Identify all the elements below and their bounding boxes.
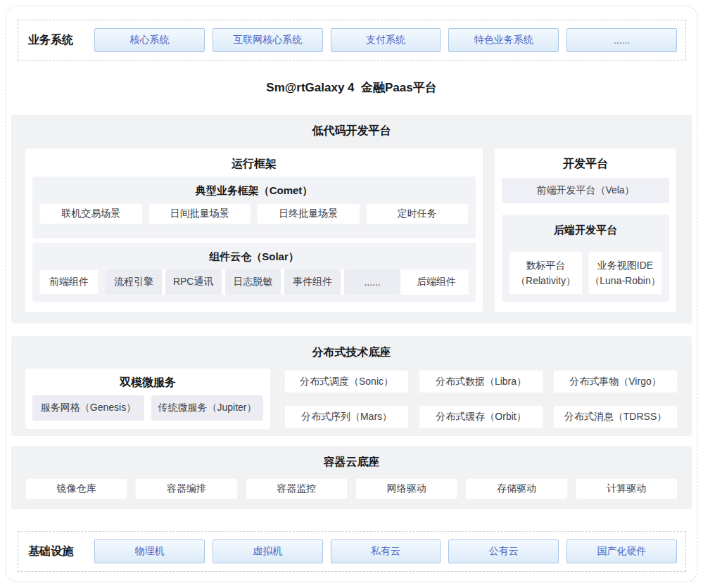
solar-item-event-component[interactable]: 事件组件 xyxy=(284,269,341,295)
comet-item-online-trade[interactable]: 联机交易场景 xyxy=(39,203,143,224)
orbit-cache[interactable]: 分布式缓存（Orbit） xyxy=(419,405,543,428)
business-system-more[interactable]: ...... xyxy=(566,28,677,52)
distributed-grid: 分布式调度（Sonic） 分布式数据（Libra） 分布式事物（Virgo） 分… xyxy=(284,370,678,429)
business-systems-row: 业务系统 核心系统 互联网核心系统 支付系统 特色业务系统 ...... xyxy=(18,20,686,60)
comet-row: 联机交易场景 日间批量场景 日终批量场景 定时任务 xyxy=(39,203,469,224)
comet-title: 典型业务框架（Comet） xyxy=(39,182,469,199)
sonic-scheduling[interactable]: 分布式调度（Sonic） xyxy=(284,370,409,393)
luna-robin-line2: （Luna-Robin） xyxy=(590,273,660,288)
runtime-framework-title: 运行框架 xyxy=(32,155,476,172)
backend-dev-title: 后端开发平台 xyxy=(509,222,662,238)
luna-robin-line1: 业务视图IDE xyxy=(597,257,653,273)
backend-dev-panel: 后端开发平台 数标平台 （Relativity） 业务视图IDE （Luna-R… xyxy=(502,215,669,302)
compute-driver[interactable]: 计算驱动 xyxy=(576,478,678,499)
infra-domestic-hardware[interactable]: 国产化硬件 xyxy=(566,539,677,563)
backend-dev-row: 数标平台 （Relativity） 业务视图IDE （Luna-Robin） xyxy=(509,251,662,295)
dual-mode-microservice-panel: 双模微服务 服务网格（Genesis） 传统微服务（Jupiter） xyxy=(25,369,270,429)
libra-data[interactable]: 分布式数据（Libra） xyxy=(419,370,543,393)
container-cloud-section: 容器云底座 镜像仓库 容器编排 容器监控 网络驱动 存储驱动 计算驱动 xyxy=(11,446,692,509)
vela-frontend-dev-platform[interactable]: 前端开发平台（Vela） xyxy=(502,178,669,203)
infra-virtual-machine[interactable]: 虚拟机 xyxy=(213,539,323,563)
main-title: Sm@rtGalaxy 4 金融Paas平台 xyxy=(266,79,436,96)
container-monitoring[interactable]: 容器监控 xyxy=(246,478,348,499)
solar-item-more[interactable]: ...... xyxy=(344,269,400,295)
business-systems-label: 业务系统 xyxy=(27,33,94,48)
container-cloud-row: 镜像仓库 容器编排 容器监控 网络驱动 存储驱动 计算驱动 xyxy=(25,478,678,499)
distributed-base-title: 分布式技术底座 xyxy=(25,343,678,362)
runtime-framework-panel: 运行框架 典型业务框架（Comet） 联机交易场景 日间批量场景 日终批量场景 … xyxy=(25,148,483,312)
relativity-line2: （Relativity） xyxy=(516,273,576,288)
infra-physical-machine[interactable]: 物理机 xyxy=(94,539,205,563)
dev-platform-title: 开发平台 xyxy=(502,155,669,172)
business-system-internet-core[interactable]: 互联网核心系统 xyxy=(213,28,323,52)
virgo-transaction[interactable]: 分布式事物（Virgo） xyxy=(553,370,678,393)
comet-item-timed-task[interactable]: 定时任务 xyxy=(366,203,469,224)
solar-item-process-engine[interactable]: 流程引擎 xyxy=(106,269,162,295)
distributed-base-section: 分布式技术底座 双模微服务 服务网格（Genesis） 传统微服务（Jupite… xyxy=(11,336,692,436)
solar-panel: 组件云仓（Solar） 前端组件 流程引擎 RPC通讯 日志脱敏 事件组件 ..… xyxy=(32,243,476,302)
business-system-special[interactable]: 特色业务系统 xyxy=(448,28,559,52)
infrastructure-row: 基础设施 物理机 虚拟机 私有云 公有云 国产化硬件 xyxy=(18,531,686,572)
infra-private-cloud[interactable]: 私有云 xyxy=(331,539,441,563)
storage-driver[interactable]: 存储驱动 xyxy=(465,478,567,499)
container-orchestration[interactable]: 容器编排 xyxy=(135,478,237,499)
comet-panel: 典型业务框架（Comet） 联机交易场景 日间批量场景 日终批量场景 定时任务 xyxy=(32,177,476,238)
business-system-core[interactable]: 核心系统 xyxy=(94,28,205,52)
dev-platform-panel: 开发平台 前端开发平台（Vela） 后端开发平台 数标平台 （Relativit… xyxy=(495,148,676,312)
comet-item-eod-batch[interactable]: 日终批量场景 xyxy=(257,203,360,224)
solar-title: 组件云仓（Solar） xyxy=(39,248,469,265)
dual-mode-title: 双模微服务 xyxy=(32,374,263,391)
solar-backend-component: 后端组件 xyxy=(404,269,469,295)
distributed-body: 双模微服务 服务网格（Genesis） 传统微服务（Jupiter） 分布式调度… xyxy=(25,369,678,429)
business-system-payment[interactable]: 支付系统 xyxy=(331,28,441,52)
relativity-platform[interactable]: 数标平台 （Relativity） xyxy=(509,251,583,295)
solar-row: 前端组件 流程引擎 RPC通讯 日志脱敏 事件组件 ...... 后端组件 xyxy=(39,269,469,295)
solar-frontend-component[interactable]: 前端组件 xyxy=(39,269,99,295)
infrastructure-buttons: 物理机 虚拟机 私有云 公有云 国产化硬件 xyxy=(94,539,677,563)
solar-strip: 流程引擎 RPC通讯 日志脱敏 事件组件 ...... 后端组件 xyxy=(106,269,469,295)
solar-item-log-masking[interactable]: 日志脱敏 xyxy=(225,269,281,295)
mars-sequence[interactable]: 分布式序列（Mars） xyxy=(284,405,409,428)
business-systems-buttons: 核心系统 互联网核心系统 支付系统 特色业务系统 ...... xyxy=(94,28,677,52)
container-cloud-title: 容器云底座 xyxy=(25,453,678,471)
network-driver[interactable]: 网络驱动 xyxy=(355,478,457,499)
infra-public-cloud[interactable]: 公有云 xyxy=(448,539,559,563)
solar-item-rpc[interactable]: RPC通讯 xyxy=(165,269,222,295)
tdrss-message[interactable]: 分布式消息（TDRSS） xyxy=(553,405,678,428)
image-registry[interactable]: 镜像仓库 xyxy=(25,478,127,499)
lowcode-platform-section: 低代码开发平台 运行框架 典型业务框架（Comet） 联机交易场景 日间批量场景… xyxy=(11,115,692,324)
lowcode-platform-title: 低代码开发平台 xyxy=(25,122,678,140)
genesis-service-mesh[interactable]: 服务网格（Genesis） xyxy=(32,395,144,421)
jupiter-traditional-microservice[interactable]: 传统微服务（Jupiter） xyxy=(151,395,263,421)
main-title-wrap: Sm@rtGalaxy 4 金融Paas平台 xyxy=(0,60,703,115)
dual-mode-row: 服务网格（Genesis） 传统微服务（Jupiter） xyxy=(32,395,263,421)
lowcode-body: 运行框架 典型业务框架（Comet） 联机交易场景 日间批量场景 日终批量场景 … xyxy=(25,148,678,312)
comet-item-intraday-batch[interactable]: 日间批量场景 xyxy=(148,203,252,224)
infrastructure-label: 基础设施 xyxy=(27,544,94,559)
relativity-line1: 数标平台 xyxy=(526,257,566,273)
luna-robin-ide[interactable]: 业务视图IDE （Luna-Robin） xyxy=(588,251,662,295)
